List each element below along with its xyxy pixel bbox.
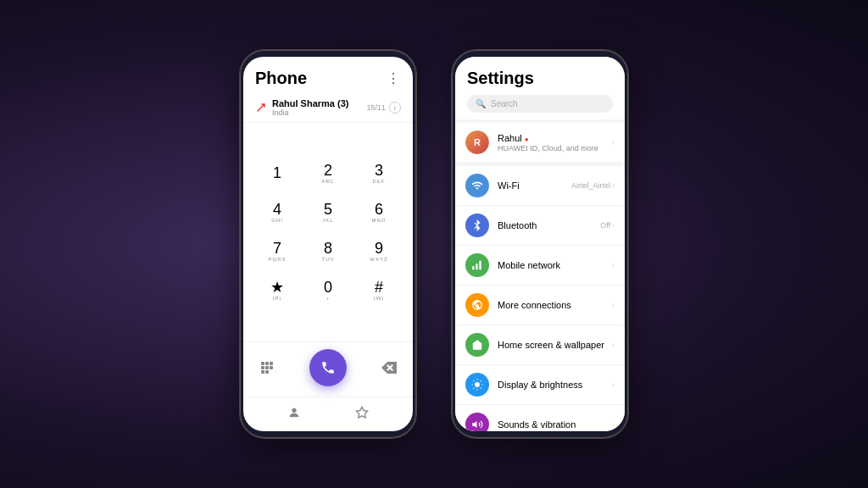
settings-device: Settings 🔍 Search R Rahul ●	[451, 49, 629, 439]
search-icon: 🔍	[476, 99, 486, 108]
wifi-info: Wi-Fi	[498, 180, 571, 191]
dial-row-4: ★(P) 0+ #(W)	[252, 271, 404, 308]
dial-key-4[interactable]: 4GHI	[259, 193, 296, 230]
search-placeholder: Search	[491, 99, 518, 108]
sound-info: Sounds & vibration	[498, 419, 612, 430]
settings-item-bluetooth[interactable]: Bluetooth Off ›	[455, 206, 625, 246]
svg-line-17	[473, 380, 474, 381]
svg-rect-11	[476, 263, 477, 269]
info-icon[interactable]: i	[389, 102, 401, 114]
phones-container: Phone ⋮ Rahul Sharma (3) India 15/11 i	[239, 49, 629, 439]
settings-header: Settings 🔍 Search	[455, 57, 625, 119]
wifi-value: Airtel_Airtel	[571, 181, 610, 190]
svg-rect-12	[479, 261, 481, 270]
svg-rect-4	[265, 366, 269, 369]
profile-info: Rahul ● HUAWEI ID, Cloud, and more	[498, 133, 612, 152]
svg-rect-2	[270, 362, 273, 365]
call-info: Rahul Sharma (3) India	[272, 98, 366, 117]
homescreen-info: Home screen & wallpaper	[498, 340, 612, 350]
dial-key-2[interactable]: 2ABC	[309, 154, 347, 191]
svg-rect-0	[261, 362, 264, 365]
settings-item-homescreen[interactable]: Home screen & wallpaper ›	[455, 325, 625, 365]
sound-icon	[465, 413, 489, 431]
chevron-right-icon: ›	[612, 261, 615, 269]
call-button[interactable]	[309, 349, 347, 386]
settings-screen: Settings 🔍 Search R Rahul ●	[455, 57, 625, 431]
phone-screen: Phone ⋮ Rahul Sharma (3) India 15/11 i	[243, 57, 413, 431]
profile-dot: ●	[525, 136, 529, 143]
chevron-right-icon: ›	[612, 181, 615, 190]
settings-search-bar[interactable]: 🔍 Search	[467, 95, 613, 113]
profile-avatar-icon: R	[465, 130, 489, 154]
bluetooth-info: Bluetooth	[498, 220, 600, 230]
svg-rect-5	[270, 366, 273, 369]
dial-key-0[interactable]: 0+	[309, 271, 347, 308]
mobile-network-icon	[465, 253, 489, 277]
dialpad: 1 2ABC 3DEF 4GHI 5JKL 6MNO 7PQRS 8TUV 9W…	[243, 123, 413, 341]
chevron-right-icon: ›	[612, 301, 615, 309]
mobile-info: Mobile network	[498, 260, 612, 270]
svg-rect-1	[265, 362, 269, 365]
profile-sub: HUAWEI ID, Cloud, and more	[498, 144, 612, 152]
caller-location: India	[272, 108, 366, 117]
display-icon	[465, 373, 489, 396]
delete-icon[interactable]	[377, 356, 401, 380]
phone-bottom-bar	[243, 341, 413, 396]
chevron-right-icon: ›	[612, 221, 615, 230]
settings-item-connections[interactable]: More connections ›	[455, 286, 625, 325]
display-info: Display & brightness	[498, 380, 612, 390]
svg-point-8	[292, 408, 296, 413]
settings-item-mobile[interactable]: Mobile network ›	[455, 246, 625, 286]
menu-icon[interactable]: ⋮	[387, 70, 401, 86]
phone-device: Phone ⋮ Rahul Sharma (3) India 15/11 i	[239, 49, 417, 439]
settings-item-profile[interactable]: R Rahul ● HUAWEI ID, Cloud, and more ›	[455, 123, 625, 163]
dial-key-9[interactable]: 9WXYZ	[360, 232, 398, 269]
settings-item-display[interactable]: Display & brightness ›	[455, 365, 625, 405]
settings-item-wifi[interactable]: Wi-Fi Airtel_Airtel ›	[455, 166, 625, 206]
svg-line-21	[473, 388, 474, 389]
profile-chevron: ›	[612, 138, 615, 147]
call-meta: 15/11 i	[366, 102, 401, 114]
avatar: R	[465, 130, 489, 154]
svg-marker-9	[356, 407, 367, 418]
favorites-icon[interactable]	[350, 401, 374, 424]
svg-rect-3	[261, 366, 264, 369]
connections-icon	[465, 293, 489, 317]
chevron-right-icon: ›	[612, 341, 615, 349]
dialpad-icon[interactable]	[255, 356, 279, 380]
dial-key-3[interactable]: 3DEF	[360, 154, 398, 191]
connections-right: ›	[612, 301, 615, 309]
svg-rect-7	[265, 370, 269, 374]
dial-row-3: 7PQRS 8TUV 9WXYZ	[252, 232, 404, 269]
bluetooth-right: Off ›	[600, 221, 615, 230]
recent-call[interactable]: Rahul Sharma (3) India 15/11 i	[243, 93, 413, 123]
dial-key-5[interactable]: 5JKL	[309, 193, 347, 230]
svg-line-22	[481, 380, 481, 381]
dial-key-1[interactable]: 1	[259, 154, 296, 191]
svg-rect-10	[472, 266, 474, 269]
chevron-right-icon: ›	[612, 420, 615, 429]
connections-info: More connections	[498, 300, 612, 310]
dial-key-star[interactable]: ★(P)	[259, 271, 296, 308]
dial-key-7[interactable]: 7PQRS	[259, 232, 296, 269]
chevron-right-icon: ›	[612, 380, 615, 389]
chevron-right-icon: ›	[612, 138, 615, 147]
contacts-icon[interactable]	[282, 401, 306, 424]
dial-key-6[interactable]: 6MNO	[360, 193, 398, 230]
settings-item-sound[interactable]: Sounds & vibration ›	[455, 405, 625, 431]
caller-name: Rahul Sharma (3)	[272, 98, 366, 108]
svg-marker-23	[472, 421, 476, 428]
dial-key-hash[interactable]: #(W)	[360, 271, 398, 308]
dial-row-1: 1 2ABC 3DEF	[252, 154, 404, 191]
svg-rect-6	[261, 370, 264, 374]
homescreen-right: ›	[612, 341, 615, 349]
homescreen-icon	[465, 333, 489, 357]
bluetooth-icon	[465, 214, 489, 237]
nav-bar	[243, 396, 413, 431]
svg-point-14	[475, 382, 480, 387]
call-count: 15/11	[366, 103, 386, 112]
dial-key-8[interactable]: 8TUV	[309, 232, 347, 269]
mobile-right: ›	[612, 261, 615, 269]
display-right: ›	[612, 380, 615, 389]
settings-list: R Rahul ● HUAWEI ID, Cloud, and more ›	[455, 119, 625, 431]
